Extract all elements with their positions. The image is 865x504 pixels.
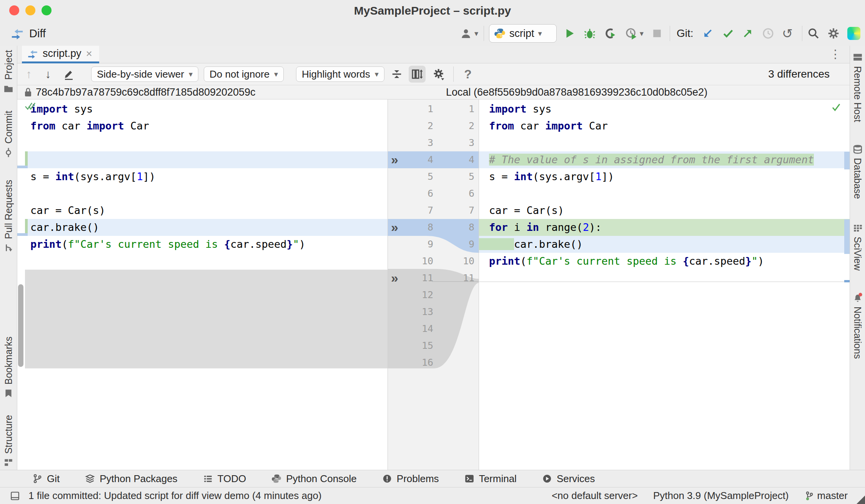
next-change-button[interactable]: ↓ — [40, 63, 56, 85]
run-button[interactable] — [564, 21, 575, 46]
sidebar-item-pull-requests[interactable]: Pull Requests — [0, 180, 17, 253]
ignore-policy-select[interactable]: Do not ignore▾ — [204, 66, 284, 82]
left-line-number: 13 — [388, 303, 433, 320]
diff-icon — [11, 21, 24, 46]
left-code-line-3[interactable] — [25, 134, 388, 151]
change-marker — [844, 152, 850, 169]
expand-chevron-icon[interactable]: » — [391, 270, 406, 287]
inspections-ok-icon — [831, 103, 841, 112]
right-code-line-8[interactable]: for i in range(2): — [479, 219, 850, 236]
left-editor[interactable]: import sysfrom car import Cars = int(sys… — [17, 99, 388, 470]
main-toolbar: Diff ▾ script ▾ ▾ Git: — [0, 21, 865, 46]
diff-editors: import sysfrom car import Cars = int(sys… — [17, 99, 850, 470]
right-code-line-9[interactable]: car.brake() — [479, 236, 850, 253]
more-options-icon[interactable]: ⋮ — [830, 47, 841, 61]
sidebar-item-commit[interactable]: Commit — [0, 111, 17, 158]
left-code-line-9[interactable]: print(f"Car's current speed is {car.spee… — [25, 236, 388, 253]
avatar-icon[interactable] — [460, 21, 472, 46]
rollback-button[interactable]: ↺ — [782, 21, 793, 46]
scrollbar-thumb[interactable] — [18, 284, 23, 367]
left-code-line-7[interactable]: car = Car(s) — [25, 202, 388, 219]
close-icon[interactable]: × — [86, 48, 92, 60]
right-editor[interactable]: import sysfrom car import Car# The value… — [479, 99, 850, 470]
server-icon — [853, 52, 863, 62]
diff-icon — [27, 48, 38, 59]
toolwindow-problems[interactable]: Problems — [382, 473, 439, 485]
workspace: Project Commit Pull Requests Bookmarks S… — [0, 46, 865, 470]
highlight-mode-select[interactable]: Highlight words▾ — [296, 66, 384, 82]
sidebar-item-sciview[interactable]: SciView — [850, 223, 865, 270]
git-push-button[interactable] — [742, 21, 754, 46]
right-code-line-7[interactable]: car = Car(s) — [479, 202, 850, 219]
left-code-line-6[interactable] — [25, 185, 388, 202]
left-code-line-10[interactable] — [25, 253, 388, 270]
run-configuration-select[interactable]: script ▾ — [489, 24, 557, 43]
toolwindow-python-packages[interactable]: Python Packages — [85, 473, 177, 485]
todo-list-icon — [203, 474, 213, 484]
right-line-number: 6 — [388, 185, 474, 202]
interpreter-widget[interactable]: Python 3.9 (MySampleProject) — [653, 490, 789, 502]
resize-grip[interactable] — [857, 496, 865, 504]
sidebar-item-notifications[interactable]: Notifications — [850, 292, 865, 359]
sidebar-item-database[interactable]: Database — [850, 144, 865, 199]
status-bar: 1 file committed: Updated script for dif… — [0, 487, 865, 504]
toolwindow-todo[interactable]: TODO — [203, 473, 246, 485]
right-code-line-6[interactable] — [479, 185, 850, 202]
left-code-line-2[interactable]: from car import Car — [25, 118, 388, 134]
python-icon — [271, 474, 281, 484]
sync-scrolling-toggle[interactable] — [409, 66, 426, 83]
toolwindow-python-console[interactable]: Python Console — [271, 473, 357, 485]
coverage-button[interactable] — [604, 21, 617, 46]
toolwindow-git[interactable]: Git — [32, 473, 60, 485]
right-code-line-11[interactable] — [479, 270, 850, 287]
profiler-button[interactable] — [625, 21, 637, 46]
collapse-unchanged-button[interactable] — [388, 63, 405, 85]
help-button[interactable]: ? — [460, 63, 476, 85]
git-update-button[interactable] — [702, 21, 714, 46]
right-code-line-1[interactable]: import sys — [479, 101, 850, 118]
left-code-line-8[interactable]: car.brake() — [25, 219, 388, 236]
right-line-number: 9 — [388, 236, 474, 253]
git-commit-button[interactable] — [722, 21, 734, 46]
search-everywhere-button[interactable] — [807, 21, 820, 46]
viewer-mode-select[interactable]: Side-by-side viewer▾ — [91, 66, 198, 82]
avatar-dropdown-caret-icon[interactable]: ▾ — [474, 21, 478, 46]
sidebar-item-structure[interactable]: Structure — [0, 415, 17, 468]
tool-window-bar: Git Python Packages TODO Python Console … — [0, 470, 865, 487]
expand-chevron-icon[interactable]: » — [391, 219, 406, 236]
tab-script-py[interactable]: script.py × — [22, 46, 99, 63]
status-message[interactable]: 1 file committed: Updated script for dif… — [28, 490, 322, 502]
folder-icon — [3, 84, 13, 94]
default-server-widget[interactable]: <no default server> — [552, 490, 638, 502]
left-code-line-1[interactable]: import sys — [25, 101, 388, 118]
sidebar-item-bookmarks[interactable]: Bookmarks — [0, 337, 17, 398]
git-branch-widget[interactable]: master — [804, 490, 848, 502]
left-code-line-5[interactable]: s = int(sys.argv[1]) — [25, 168, 388, 185]
settings-gear-icon[interactable] — [827, 21, 840, 46]
diff-settings-gear-icon[interactable] — [430, 63, 448, 85]
diff-toolbar: ↑ ↓ Side-by-side viewer▾ Do not ignore▾ … — [17, 63, 850, 85]
right-code-line-10[interactable]: print(f"Car's current speed is {car.spee… — [479, 253, 850, 270]
right-code-line-3[interactable] — [479, 134, 850, 151]
right-code-line-5[interactable]: s = int(sys.argv[1]) — [479, 168, 850, 185]
right-tool-stripe: Remote Host Database SciView Notificatio… — [850, 46, 865, 470]
left-line-number: 15 — [388, 337, 433, 354]
commit-icon — [3, 148, 13, 158]
left-editor-scrollbar[interactable] — [17, 99, 25, 470]
edit-pencil-icon[interactable] — [60, 63, 77, 85]
sidebar-item-remote-host[interactable]: Remote Host — [850, 52, 865, 122]
toolbar-separator — [484, 26, 484, 41]
debug-button[interactable] — [584, 21, 596, 46]
expand-chevron-icon[interactable]: » — [391, 151, 406, 168]
toolwindow-services[interactable]: Services — [542, 473, 595, 485]
end-of-file-separator — [479, 282, 850, 282]
right-code-line-4[interactable]: # The value of s in assigned from the fi… — [479, 151, 850, 168]
pycharm-window: MySampleProject – script.py Diff ▾ scrip… — [0, 0, 865, 504]
event-log-icon[interactable] — [10, 491, 20, 501]
toolwindow-terminal[interactable]: Terminal — [464, 473, 517, 485]
right-code-line-2[interactable]: from car import Car — [479, 118, 850, 134]
sidebar-item-project[interactable]: Project — [0, 50, 17, 94]
profiler-dropdown-caret-icon[interactable]: ▾ — [640, 21, 644, 46]
change-marker — [844, 219, 850, 254]
left-code-line-4[interactable] — [25, 151, 388, 168]
